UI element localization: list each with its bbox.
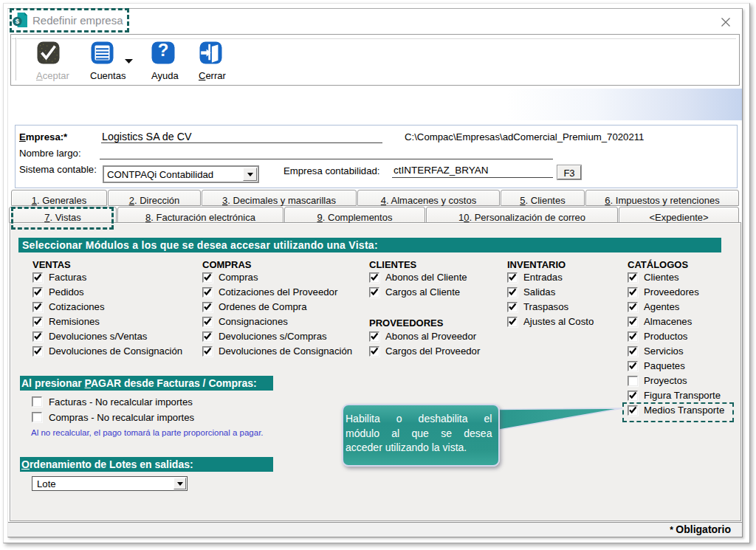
svg-text:?: ? [158,41,169,60]
